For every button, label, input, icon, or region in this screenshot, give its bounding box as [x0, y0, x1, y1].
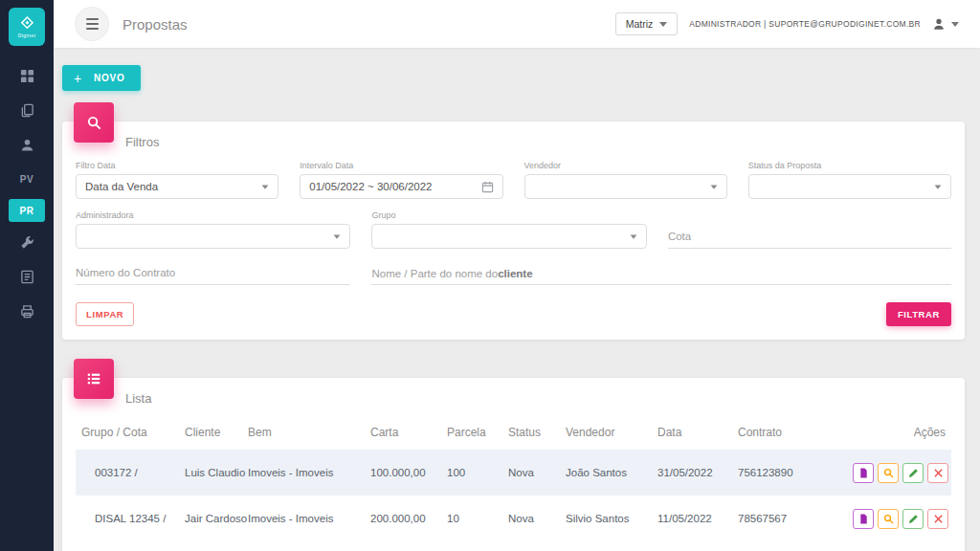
intervalo-data-value: 01/05/2022 ~ 30/06/2022: [309, 181, 432, 192]
brand-logo[interactable]: Diginet: [9, 8, 45, 46]
col-grupo-cota: Grupo / Cota: [81, 426, 185, 439]
menu-toggle-button[interactable]: [75, 7, 109, 41]
list-card-icon: [74, 359, 114, 399]
chevron-down-icon: [951, 22, 959, 27]
administradora-label: Administradora: [76, 210, 350, 220]
cell-carta: 200.000,00: [370, 513, 447, 524]
sidebar-item-clients[interactable]: [8, 130, 46, 159]
grupo-select[interactable]: [371, 224, 646, 249]
filtrar-button[interactable]: FILTRAR: [886, 302, 951, 326]
col-bem: Bem: [248, 426, 370, 439]
page: Diginet PV PR: [0, 0, 980, 551]
filters-card: Filtros Filtro Data Data da Venda Interv…: [62, 121, 965, 340]
document-icon: [858, 514, 869, 524]
cell-cliente: Jair Cardoso: [185, 513, 248, 524]
sidebar-item-tools[interactable]: [8, 228, 46, 256]
sidebar-item-documents[interactable]: [8, 96, 46, 124]
user-label: ADMINISTRADOR | SUPORTE@GRUPODIGINET.COM…: [689, 19, 921, 29]
cell-status: Nova: [508, 513, 566, 524]
edit-button[interactable]: [902, 509, 924, 529]
edit-icon: [908, 468, 919, 478]
sidebar-item-reports[interactable]: [8, 262, 46, 291]
status-proposta-select[interactable]: [748, 174, 951, 199]
col-parcela: Parcela: [447, 426, 508, 439]
filters-card-icon: [74, 102, 114, 143]
hamburger-icon: [86, 18, 99, 20]
limpar-button[interactable]: LIMPAR: [76, 302, 134, 326]
cell-data: 11/05/2022: [657, 513, 738, 524]
cell-data: 31/05/2022: [657, 467, 738, 478]
intervalo-data-label: Intervalo Data: [300, 161, 502, 170]
page-title: Propostas: [122, 16, 188, 33]
form-icon: [20, 270, 34, 284]
status-proposta-label: Status da Proposta: [748, 161, 951, 170]
filtro-data-value: Data da Venda: [85, 181, 158, 192]
cell-contrato: 756123890: [738, 467, 853, 478]
col-data: Data: [657, 426, 738, 439]
content: + NOVO Filtros Filtro Data Dat: [54, 48, 980, 551]
edit-button[interactable]: [902, 463, 924, 483]
cell-vendedor: Silvio Santos: [566, 513, 657, 524]
cell-vendedor: João Santos: [566, 467, 657, 478]
cell-grupo-cota: DISAL 12345 /: [81, 513, 185, 524]
filtro-data-select[interactable]: Data da Venda: [76, 174, 278, 199]
sidebar: Diginet PV PR: [0, 0, 54, 551]
novo-button[interactable]: + NOVO: [62, 65, 141, 91]
main-area: Propostas Matriz ADMINISTRADOR | SUPORTE…: [54, 0, 980, 551]
list-title: Lista: [62, 378, 965, 406]
sidebar-item-dashboard[interactable]: [8, 61, 46, 90]
delete-icon: [933, 468, 944, 478]
cell-parcela: 100: [447, 467, 508, 478]
col-acoes: Ações: [853, 426, 946, 439]
copy-icon: [20, 103, 34, 118]
delete-button[interactable]: [927, 509, 948, 529]
table-header: Grupo / Cota Cliente Bem Carta Parcela S…: [76, 415, 951, 450]
intervalo-data-input[interactable]: 01/05/2022 ~ 30/06/2022: [300, 174, 502, 199]
nome-cliente-input[interactable]: Nome / Parte do nome do cliente: [371, 260, 951, 285]
search-icon: [883, 514, 894, 524]
cell-status: Nova: [508, 467, 566, 478]
numero-contrato-input[interactable]: [76, 260, 350, 285]
sidebar-item-print[interactable]: [8, 297, 46, 325]
view-details-button[interactable]: [878, 463, 899, 483]
vendedor-label: Vendedor: [524, 161, 727, 170]
list-icon: [86, 371, 101, 386]
open-document-button[interactable]: [853, 509, 874, 529]
diamond-logo-icon: [18, 16, 35, 32]
matriz-dropdown[interactable]: Matriz: [615, 12, 679, 35]
open-document-button[interactable]: [853, 463, 874, 483]
search-icon: [86, 115, 102, 131]
table-row: 003172 / Luis Claudio Imoveis - Imoveis …: [76, 450, 951, 496]
sidebar-item-pv[interactable]: PV: [8, 165, 46, 193]
chevron-down-icon: [659, 22, 667, 27]
col-contrato: Contrato: [738, 426, 853, 439]
user-icon: [932, 17, 946, 31]
vendedor-select[interactable]: [524, 174, 727, 199]
row-actions: [853, 463, 948, 483]
grid-icon: [20, 69, 34, 83]
delete-button[interactable]: [927, 463, 948, 483]
sidebar-nav: PV PR: [0, 61, 54, 325]
filtro-data-label: Filtro Data: [76, 161, 278, 170]
calendar-icon: [481, 181, 494, 193]
wrench-icon: [20, 235, 34, 250]
user-menu[interactable]: [932, 17, 959, 31]
topbar-right: Matriz ADMINISTRADOR | SUPORTE@GRUPODIGI…: [615, 12, 959, 35]
novo-label: NOVO: [94, 73, 125, 83]
plus-icon: +: [74, 71, 82, 86]
sidebar-item-pr[interactable]: PR: [9, 199, 45, 222]
edit-icon: [908, 514, 919, 524]
cell-carta: 100.000,00: [370, 467, 447, 478]
cell-parcela: 10: [447, 513, 508, 524]
matriz-label: Matriz: [626, 18, 654, 30]
table-row: DISAL 12345 / Jair Cardoso Imoveis - Imo…: [76, 496, 951, 541]
search-icon: [883, 468, 894, 478]
document-icon: [858, 468, 869, 478]
cota-input[interactable]: [668, 224, 951, 249]
administradora-select[interactable]: [76, 224, 350, 249]
view-details-button[interactable]: [878, 509, 899, 529]
nome-placeholder-bold: cliente: [498, 268, 532, 279]
chevron-down-icon: [631, 234, 637, 238]
top-header: Propostas Matriz ADMINISTRADOR | SUPORTE…: [54, 0, 980, 48]
cell-bem: Imoveis - Imoveis: [248, 467, 370, 478]
